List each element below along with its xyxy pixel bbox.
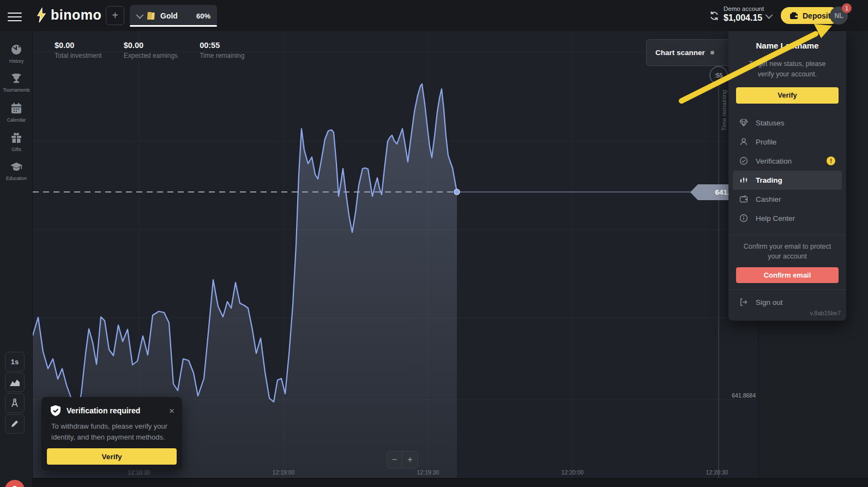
scanner-status-dot: [710, 51, 714, 55]
compass-icon: [10, 398, 20, 408]
menu-item-cashier[interactable]: Cashier: [733, 190, 842, 209]
confirm-email-button[interactable]: Confirm email: [736, 267, 839, 283]
menu-item-statuses[interactable]: Statuses: [733, 113, 842, 133]
sidebar-item-label: History: [0, 58, 33, 64]
account-balance: $1,004.15: [724, 13, 764, 23]
gem-icon: [739, 118, 748, 127]
zoom-in-button[interactable]: +: [402, 452, 418, 468]
sidebar-item-education[interactable]: Education: [0, 160, 33, 181]
stat-label: Expected earnings: [124, 52, 178, 59]
verification-alert-badge: !: [827, 157, 835, 165]
user-menu-list: Statuses Profile Verification !: [728, 113, 846, 228]
toast-header: Verification required ×: [41, 397, 182, 417]
menu-item-label: Verification: [756, 157, 792, 165]
history-clock-icon: [10, 43, 23, 56]
sidebar-item-tournaments[interactable]: Tournaments: [0, 72, 33, 93]
verify-account-button[interactable]: Verify: [736, 87, 839, 104]
time-axis-label: 12:19:00: [273, 469, 295, 476]
divider: [728, 235, 846, 235]
menu-item-trading[interactable]: Trading: [733, 171, 842, 190]
menu-item-profile[interactable]: Profile: [733, 133, 842, 152]
menu-item-help-center[interactable]: Help Center: [733, 209, 842, 228]
stat-label: Total investment: [55, 52, 102, 59]
countdown-text: :55: [714, 72, 722, 79]
sign-out-icon: [739, 298, 748, 306]
time-axis-label: 12:19:30: [417, 469, 439, 476]
logo-text: binomo: [51, 7, 101, 23]
email-hint: Confirm your email to protect your accou…: [743, 242, 832, 262]
help-button[interactable]: ?: [5, 480, 25, 487]
trophy-icon: [10, 72, 23, 85]
stat-value: $0.00: [124, 41, 178, 50]
menu-item-label: Trading: [756, 176, 782, 184]
drawing-tools-button[interactable]: [5, 414, 25, 434]
chart-scanner-label: Chart scanner: [655, 49, 705, 57]
asset-tab-gold[interactable]: Gold 60%: [130, 5, 217, 27]
price-axis-label: 641.8684: [732, 392, 756, 399]
stat-value: $0.00: [55, 41, 102, 50]
left-sidebar: History Tournaments Calendar: [0, 31, 33, 487]
indicators-button[interactable]: [5, 393, 25, 413]
pencil-icon: [10, 419, 20, 429]
close-icon[interactable]: ×: [169, 406, 174, 416]
gift-icon: [10, 131, 23, 145]
user-menu-panel: Name Lastname To get new status, please …: [728, 31, 846, 321]
account-type: Demo account: [724, 5, 764, 12]
trade-stats: $0.00 Total investment $0.00 Expected ea…: [55, 41, 244, 59]
shield-check-icon: [50, 405, 61, 417]
chevron-down-icon[interactable]: [136, 11, 143, 19]
deposit-label: Deposit: [803, 11, 830, 20]
sidebar-item-label: Tournaments: [0, 87, 33, 93]
person-icon: [739, 137, 748, 146]
menu-item-label: Cashier: [756, 195, 781, 203]
check-circle-icon: [739, 157, 748, 165]
deadline-label: Time remaining: [721, 90, 727, 131]
refresh-icon[interactable]: [709, 10, 720, 21]
verification-toast: Verification required × To withdraw fund…: [41, 397, 182, 470]
chart-zoom-controls: − +: [387, 451, 418, 468]
stat-total-investment: $0.00 Total investment: [55, 41, 102, 59]
wallet-icon: [789, 12, 798, 20]
stat-time-remaining: 00:55 Time remaining: [200, 41, 244, 59]
graduation-cap-icon: [9, 160, 23, 173]
user-name: Name Lastname: [728, 41, 846, 50]
asset-name: Gold: [160, 11, 192, 20]
sidebar-item-label: Calendar: [0, 117, 33, 123]
candlestick-chart-icon: [739, 176, 748, 184]
chevron-down-icon[interactable]: [765, 11, 773, 19]
stat-label: Time remaining: [200, 52, 244, 59]
top-bar: binomo + Gold 60% Demo account $1,004.15: [0, 0, 868, 31]
app-version: v.8ab15be7: [810, 310, 841, 316]
notification-count-badge: 1: [842, 3, 852, 13]
zoom-out-button[interactable]: −: [387, 452, 402, 468]
time-axis-label: 12:20:30: [706, 469, 728, 476]
info-circle-icon: [739, 214, 748, 223]
gold-bars-icon: [146, 11, 156, 21]
add-asset-tab-button[interactable]: +: [106, 6, 124, 25]
chart-type-button[interactable]: [5, 372, 25, 392]
hamburger-menu-icon[interactable]: [8, 10, 22, 21]
toast-verify-button[interactable]: Verify: [47, 448, 177, 465]
divider: [728, 290, 846, 290]
area-chart-icon: [9, 378, 20, 387]
asset-payout: 60%: [196, 12, 210, 20]
toast-body: To withdraw funds, please verify your id…: [41, 417, 182, 443]
sidebar-item-history[interactable]: History: [0, 43, 33, 64]
sidebar-item-calendar[interactable]: Calendar: [0, 102, 33, 123]
menu-item-label: Profile: [756, 138, 776, 146]
sign-out-label: Sign out: [756, 298, 783, 306]
chart-scanner-button[interactable]: Chart scanner: [646, 39, 742, 66]
stat-expected-earnings: $0.00 Expected earnings: [124, 41, 178, 59]
current-price-dot: [454, 189, 460, 195]
timeframe-button[interactable]: 1s: [5, 352, 25, 371]
bottom-bar: [33, 478, 868, 487]
sidebar-item-label: Gifts: [0, 147, 33, 152]
menu-item-label: Help Center: [756, 214, 795, 223]
time-axis-label: 12:20:00: [562, 469, 584, 476]
wallet-icon: [739, 195, 748, 203]
menu-item-verification[interactable]: Verification !: [733, 152, 842, 171]
status-hint: To get new status, please verify your ac…: [740, 59, 834, 80]
sign-out-button[interactable]: Sign out: [739, 298, 835, 306]
sidebar-item-gifts[interactable]: Gifts: [0, 131, 33, 152]
account-selector[interactable]: Demo account $1,004.15: [724, 5, 764, 23]
